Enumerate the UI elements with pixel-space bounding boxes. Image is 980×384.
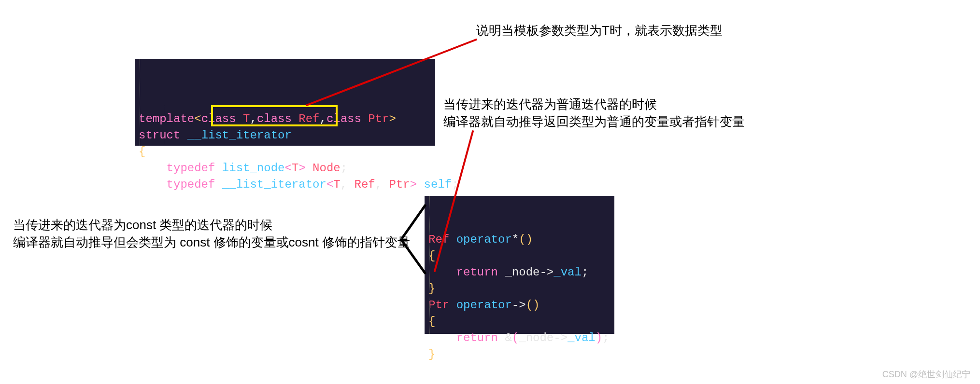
watermark: CSDN @绝世剑仙纪宁 <box>882 369 970 380</box>
code-line-r1: Ref operator*() <box>428 233 533 246</box>
highlight-box <box>211 105 338 126</box>
code-line-r5: Ptr operator->() <box>428 299 540 312</box>
code-line-5: typedef __list_iterator<T, Ref, Ptr> sel… <box>139 178 459 191</box>
annotation-right: 当传进来的迭代器为普通迭代器的时候 编译器就自动推导返回类型为普通的变量或者指针… <box>443 96 745 130</box>
annotation-top: 说明当模板参数类型为T时，就表示数据类型 <box>476 22 723 39</box>
code-block-right: Ref operator*() { return _node->_val; } … <box>425 196 614 334</box>
code-line-2: struct __list_iterator <box>139 129 292 142</box>
annotation-left: 当传进来的迭代器为const 类型的迭代器的时候 编译器就自动推导但会类型为 c… <box>13 216 410 251</box>
code-line-r7: return &(_node->_val); <box>428 331 610 344</box>
code-line-4: typedef list_node<T> Node; <box>139 162 347 175</box>
code-line-r8: } <box>428 348 435 361</box>
code-line-r3: return _node->_val; <box>428 266 588 279</box>
code-block-top: template<class T,class Ref,class Ptr> st… <box>135 59 435 146</box>
code-line-3: { <box>139 145 145 158</box>
